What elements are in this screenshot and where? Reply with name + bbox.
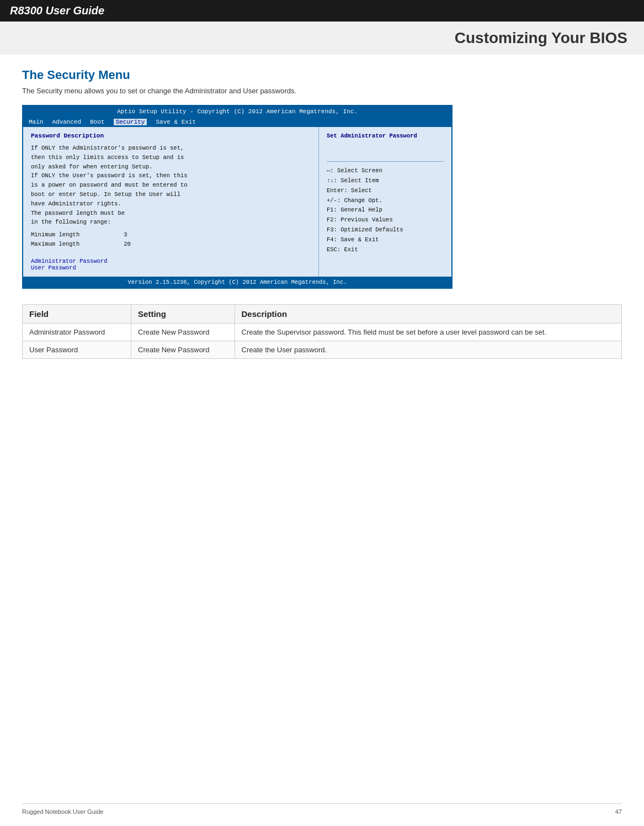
bios-screenshot: Aptio Setup Utility - Copyright (C) 2012… [22, 105, 453, 289]
table-header-row: Field Setting Description [23, 304, 622, 323]
admin-password-link[interactable]: Administrator Password [31, 258, 311, 264]
bios-menu-boot[interactable]: Boot [90, 119, 104, 125]
bios-menu-save-exit[interactable]: Save & Exit [156, 119, 196, 125]
footer-left: Rugged Notebook User Guide [22, 808, 103, 815]
col-header-field: Field [23, 304, 131, 323]
help-enter-select: Enter: Select [327, 186, 444, 196]
min-length-label: Minimum length [31, 230, 79, 240]
section-title: The Security Menu [22, 68, 622, 82]
help-select-item: ↑↓: Select Item [327, 176, 444, 186]
bios-footer: Version 2.15.1236, Copyright (C) 2012 Am… [23, 277, 451, 288]
header-title: R8300 User Guide [10, 4, 104, 17]
row2-field: User Password [23, 341, 131, 358]
help-f4: F4: Save & Exit [327, 235, 444, 245]
bios-separator [327, 161, 444, 162]
col-header-setting: Setting [131, 304, 235, 323]
header-bar: R8300 User Guide [0, 0, 644, 22]
row1-field: Administrator Password [23, 323, 131, 341]
footer-page-number: 47 [615, 808, 622, 815]
data-table: Field Setting Description Administrator … [22, 304, 622, 359]
bios-right-panel: Set Administrator Password ↔: Select Scr… [319, 127, 451, 277]
min-max-values: Minimum length 3 Maximum length 20 [31, 230, 311, 249]
page-title-area: Customizing Your BIOS [0, 22, 644, 55]
max-length-label: Maximum length [31, 240, 79, 249]
help-f1: F1: General Help [327, 205, 444, 215]
section-description: The Security menu allows you to set or c… [22, 87, 622, 95]
main-content: The Security Menu The Security menu allo… [0, 55, 644, 389]
row1-setting: Create New Password [131, 323, 235, 341]
help-esc: ESC: Exit [327, 245, 444, 255]
min-length-value: 3 [124, 230, 127, 240]
page-title: Customizing Your BIOS [455, 29, 627, 46]
help-f3: F3: Optimized Defaults [327, 225, 444, 235]
bios-title-bar: Aptio Setup Utility - Copyright (C) 2012… [23, 106, 451, 117]
bios-left-panel: Password Description If ONLY the Adminis… [23, 127, 319, 277]
bios-menu-main[interactable]: Main [29, 119, 43, 125]
bios-menu-bar: Main Advanced Boot Security Save & Exit [23, 117, 451, 127]
user-password-link[interactable]: User Password [31, 264, 311, 271]
row2-setting: Create New Password [131, 341, 235, 358]
col-header-description: Description [235, 304, 621, 323]
max-length-value: 20 [124, 240, 131, 249]
row2-description: Create the User password. [235, 341, 621, 358]
row1-description: Create the Supervisor password. This fie… [235, 323, 621, 341]
bios-help-items: ↔: Select Screen ↑↓: Select Item Enter: … [327, 166, 444, 255]
table-row: User Password Create New Password Create… [23, 341, 622, 358]
help-f2: F2: Previous Values [327, 215, 444, 225]
page-footer: Rugged Notebook User Guide 47 [22, 803, 622, 815]
bios-description-text: If ONLY the Administrator's password is … [31, 144, 311, 227]
password-description-label: Password Description [31, 133, 311, 139]
bios-password-links: Administrator Password User Password [31, 258, 311, 271]
set-admin-password-label: Set Administrator Password [327, 133, 444, 139]
bios-menu-advanced[interactable]: Advanced [52, 119, 81, 125]
help-change-opt: +/-: Change Opt. [327, 196, 444, 206]
help-select-screen: ↔: Select Screen [327, 166, 444, 176]
bios-body: Password Description If ONLY the Adminis… [23, 127, 451, 277]
bios-menu-security[interactable]: Security [114, 119, 147, 125]
table-row: Administrator Password Create New Passwo… [23, 323, 622, 341]
